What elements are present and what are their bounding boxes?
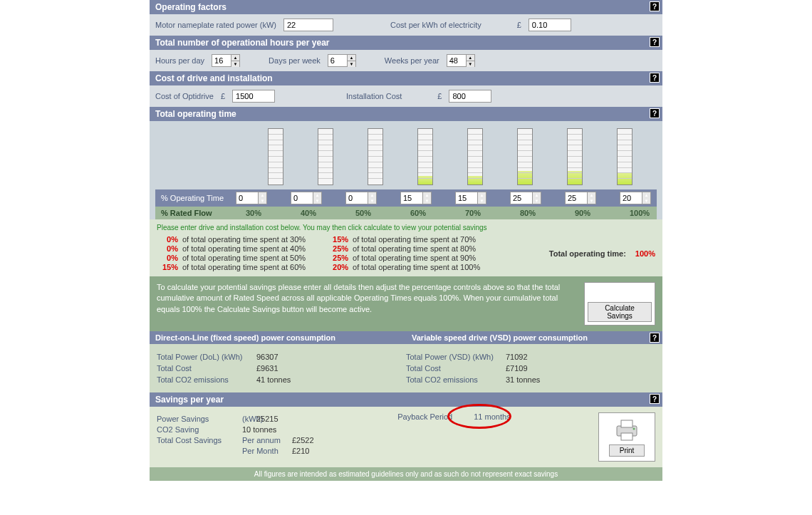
savings-header: Savings per year ?: [150, 392, 662, 407]
spinner-down-icon[interactable]: ▼: [588, 198, 595, 204]
summary-row: 0%of total operating time spent at 40%: [157, 244, 306, 253]
spinner-down-icon[interactable]: ▼: [348, 61, 355, 67]
spinner-up-icon[interactable]: ▲: [478, 192, 486, 198]
summary-row: 25%of total operating time spent at 80%: [327, 244, 480, 253]
spinner-up-icon[interactable]: ▲: [588, 192, 595, 198]
optidrive-cost-input[interactable]: [232, 90, 275, 103]
power-savings-label: Power Savings: [157, 415, 242, 423]
spinner-up-icon[interactable]: ▲: [533, 192, 541, 198]
help-icon[interactable]: ?: [650, 394, 660, 404]
operating-time-bar: [567, 128, 583, 185]
rated-flow-value: 90%: [575, 209, 596, 217]
help-icon[interactable]: ?: [650, 333, 660, 343]
spinner-down-icon[interactable]: ▼: [259, 198, 266, 204]
spinner-up-icon[interactable]: ▲: [313, 192, 321, 198]
hours-day-label: Hours per day: [155, 56, 204, 65]
dol-cost-label: Total Cost: [157, 364, 256, 373]
spinner-up-icon[interactable]: ▲: [423, 192, 431, 198]
cost-kwh-input[interactable]: [529, 19, 571, 31]
spinner-up-icon[interactable]: ▲: [231, 55, 239, 61]
vsd-power-value: 71092: [506, 353, 528, 361]
payback-value: 11 months: [474, 412, 510, 421]
operating-time-spinner[interactable]: ▲▼: [345, 192, 377, 204]
footer-note: All figures are intended as estimated gu…: [150, 467, 662, 481]
dol-power-value: 96307: [256, 353, 279, 361]
co2-saving-label: CO2 Saving: [157, 425, 242, 434]
help-icon[interactable]: ?: [650, 73, 660, 83]
rated-flow-value: 100%: [630, 209, 651, 217]
savings-body: Power Savings (kWh) 25215 CO2 Saving 10 …: [150, 407, 662, 467]
motor-power-input[interactable]: [283, 19, 333, 31]
spinner-down-icon[interactable]: ▼: [642, 198, 650, 204]
calculate-savings-button[interactable]: Calculate Savings: [588, 302, 652, 322]
spinner-up-icon[interactable]: ▲: [642, 192, 650, 198]
calc-button-area: 🖩 Calculate Savings: [584, 282, 655, 326]
rated-flow-value: 60%: [410, 209, 432, 217]
days-week-spinner[interactable]: ▲▼: [328, 54, 356, 67]
operating-time-spinner[interactable]: ▲▼: [565, 192, 596, 204]
operating-time-spinner[interactable]: ▲▼: [236, 192, 267, 204]
spinner-down-icon[interactable]: ▼: [478, 198, 486, 204]
currency-label: £: [517, 21, 521, 29]
summary-row: 20%of total operating time spent at 100%: [327, 263, 480, 271]
vsd-cost-value: £7109: [506, 364, 528, 373]
operating-time-spinner[interactable]: ▲▼: [510, 192, 541, 204]
spinner-up-icon[interactable]: ▲: [368, 192, 376, 198]
weeks-year-spinner[interactable]: ▲▼: [447, 54, 475, 67]
operating-time-spinner[interactable]: ▲▼: [455, 192, 486, 204]
help-icon[interactable]: ?: [650, 1, 660, 11]
results-header: Direct-on-Line (fixed speed) power consu…: [150, 331, 662, 344]
calculator-icon: 🖩: [588, 286, 652, 301]
summary-body: Please enter drive and installation cost…: [150, 219, 662, 276]
svg-rect-2: [621, 433, 633, 440]
svg-rect-1: [621, 420, 633, 427]
vsd-cost-label: Total Cost: [406, 364, 506, 373]
printer-icon: [613, 417, 641, 442]
operating-time-spinner[interactable]: ▲▼: [400, 192, 432, 204]
optidrive-label: Cost of Optidrive: [155, 92, 214, 100]
calc-instruction: To calculate your potential savings plea…: [150, 276, 662, 331]
annum-value: £2522: [292, 436, 314, 444]
spinner-down-icon[interactable]: ▼: [533, 198, 541, 204]
rated-flow-value: 50%: [355, 209, 377, 217]
operational-hours-body: Hours per day ▲▼ Days per week ▲▼ Weeks …: [150, 50, 662, 71]
rated-flow-value: 80%: [520, 209, 541, 217]
install-cost-input[interactable]: [449, 90, 491, 103]
payback-period: Payback Period 11 months: [397, 412, 598, 421]
operating-time-spinner[interactable]: ▲▼: [291, 192, 322, 204]
operating-time-spinner[interactable]: ▲▼: [620, 192, 651, 204]
rated-flow-value: 30%: [246, 209, 267, 217]
operating-time-bar: [617, 128, 633, 185]
vsd-co2-label: Total CO2 emissions: [406, 375, 506, 384]
spinner-down-icon[interactable]: ▼: [231, 61, 239, 67]
spinner-down-icon[interactable]: ▼: [467, 61, 474, 67]
svg-point-3: [633, 428, 635, 430]
help-icon[interactable]: ?: [650, 37, 660, 47]
pct-operating-time-label: % Operating Time: [161, 194, 232, 202]
operational-hours-header: Total number of operational hours per ye…: [150, 36, 662, 50]
operating-factors-header: Operating factors ?: [150, 0, 662, 14]
spinner-up-icon[interactable]: ▲: [348, 55, 355, 61]
vsd-power-label: Total Power (VSD) (kWh): [406, 353, 506, 361]
spinner-up-icon[interactable]: ▲: [259, 192, 266, 198]
operating-time-header: Total operating time ?: [150, 107, 662, 121]
install-label: Installation Cost: [346, 92, 402, 100]
dol-co2-label: Total CO2 emissions: [157, 375, 256, 384]
power-savings-value: 25215: [256, 415, 279, 423]
vsd-co2-value: 31 tonnes: [506, 375, 540, 384]
print-button[interactable]: Print: [609, 444, 645, 457]
summary-row: 0%of total operating time spent at 30%: [157, 235, 306, 244]
help-icon[interactable]: ?: [650, 108, 660, 118]
rated-flow-value: 40%: [301, 209, 322, 217]
spinner-up-icon[interactable]: ▲: [467, 55, 474, 61]
print-area: Print: [598, 412, 655, 462]
cost-drive-body: Cost of Optidrive £ Installation Cost £: [150, 85, 662, 107]
operating-time-bar: [417, 128, 433, 185]
operating-time-bar: [318, 128, 333, 185]
spinner-down-icon[interactable]: ▼: [423, 198, 431, 204]
hours-day-spinner[interactable]: ▲▼: [212, 54, 240, 67]
spinner-down-icon[interactable]: ▼: [368, 198, 376, 204]
summary-row: 25%of total operating time spent at 90%: [327, 254, 480, 262]
spinner-down-icon[interactable]: ▼: [313, 198, 321, 204]
rated-flow-label: % Rated Flow: [161, 209, 237, 217]
